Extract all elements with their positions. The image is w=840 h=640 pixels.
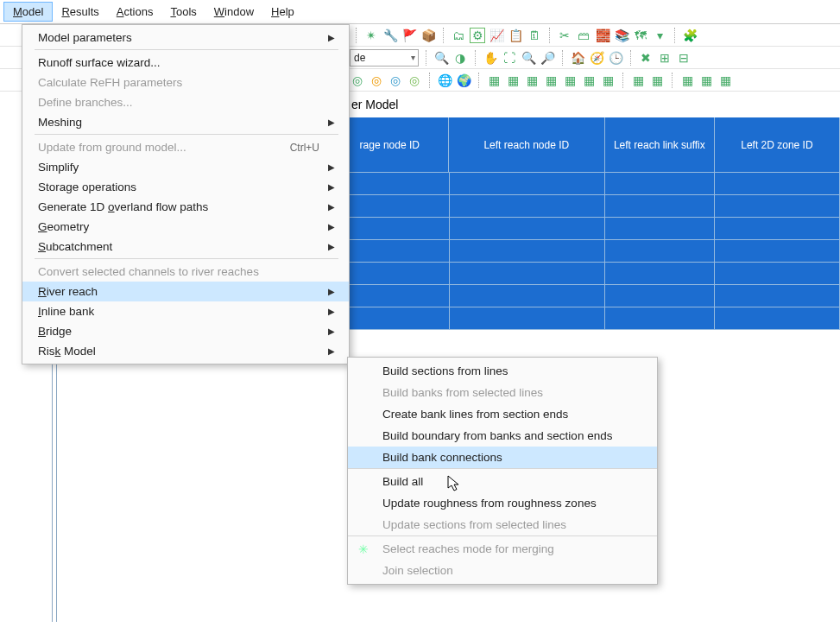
menu-tools[interactable]: Tools: [161, 3, 205, 21]
menu-item[interactable]: River reach▶: [22, 282, 349, 301]
menu-item[interactable]: Model parameters▶: [22, 28, 349, 48]
target-icon[interactable]: ◎: [407, 73, 422, 88]
menubar: Model Results Actions Tools Window Help: [0, 0, 840, 24]
submenu-item[interactable]: Build sections from lines: [348, 360, 657, 382]
submenu-arrow-icon: ▶: [328, 117, 335, 127]
tool-icon[interactable]: 🗃: [576, 28, 591, 43]
tool-icon[interactable]: ◑: [452, 50, 468, 66]
submenu-item[interactable]: Build all: [348, 471, 657, 492]
table-header[interactable]: Left 2D zone ID: [715, 117, 840, 173]
submenu-arrow-icon: ▶: [328, 287, 335, 296]
toolbar-separator: [478, 73, 479, 88]
grid-icon[interactable]: ▦: [698, 73, 714, 88]
menu-item[interactable]: Generate 1D overland flow paths▶: [22, 197, 349, 217]
search-icon[interactable]: 🔍: [433, 50, 449, 66]
submenu-arrow-icon: ▶: [328, 33, 335, 42]
grid-icon[interactable]: ▦: [562, 73, 578, 88]
menu-item-label: Runoff surface wizard...: [38, 56, 161, 69]
tool-icon[interactable]: 🔧: [382, 28, 398, 43]
menu-help[interactable]: Help: [262, 3, 303, 21]
menu-results[interactable]: Results: [53, 3, 107, 21]
submenu-arrow-icon: ▶: [328, 202, 335, 212]
tool-icon[interactable]: 🧱: [595, 28, 610, 43]
menu-window[interactable]: Window: [205, 3, 262, 21]
submenu-item[interactable]: Build bank connections: [348, 447, 657, 469]
submenu-item: Build banks from selected lines: [348, 382, 657, 403]
submenu-item-label: Build bank connections: [382, 451, 502, 464]
tool-icon[interactable]: ✖: [638, 50, 654, 66]
tool-icon[interactable]: 📋: [508, 28, 523, 43]
menu-model[interactable]: Model: [3, 2, 53, 22]
grid-icon[interactable]: ▦: [505, 73, 521, 88]
tool-icon[interactable]: ⊟: [676, 50, 692, 66]
tool-icon[interactable]: ✂: [557, 28, 572, 43]
submenu-arrow-icon: ▶: [328, 307, 335, 316]
grid-icon[interactable]: ▦: [717, 73, 733, 88]
tool-icon[interactable]: ▾: [652, 28, 667, 43]
tool-icon[interactable]: ✴: [363, 28, 379, 43]
toolbar-separator: [475, 50, 476, 66]
menu-item[interactable]: Bridge▶: [22, 321, 349, 341]
submenu-arrow-icon: ▶: [328, 222, 335, 231]
submenu-item[interactable]: Update roughness from roughness zones: [348, 492, 657, 514]
menu-item-label: Simplify: [38, 161, 79, 174]
mode-combo[interactable]: de: [350, 49, 419, 67]
grid-icon[interactable]: ▦: [630, 73, 646, 88]
grid-icon[interactable]: ▦: [679, 73, 695, 88]
grid-icon[interactable]: ▦: [524, 73, 540, 88]
submenu-item-label: Update sections from selected lines: [382, 518, 566, 531]
table-header[interactable]: Left reach link suffix: [605, 117, 715, 173]
zoom-out-icon[interactable]: 🔎: [540, 50, 555, 66]
menu-item-label: Geometry: [38, 220, 89, 233]
zoom-in-icon[interactable]: 🔍: [521, 50, 536, 66]
submenu-item[interactable]: Create bank lines from section ends: [348, 403, 657, 425]
tool-icon[interactable]: 🕒: [608, 50, 623, 66]
menu-item: Convert selected channels to river reach…: [22, 262, 349, 282]
target-icon[interactable]: ◎: [388, 73, 403, 88]
menu-item[interactable]: Subcatchment▶: [22, 237, 349, 257]
merge-icon: ✳: [358, 542, 372, 556]
hand-icon[interactable]: ✋: [483, 50, 498, 66]
submenu-arrow-icon: ▶: [328, 162, 335, 172]
menu-item[interactable]: Storage operations▶: [22, 177, 349, 197]
title-input[interactable]: [350, 97, 522, 112]
tool-icon[interactable]: 🏠: [570, 50, 585, 66]
tool-icon[interactable]: ⚙: [470, 28, 485, 43]
submenu-item-label: Build boundary from banks and section en…: [382, 429, 612, 442]
tool-icon[interactable]: 🗺: [633, 28, 648, 43]
submenu-item-label: Create bank lines from section ends: [382, 408, 568, 421]
tool-icon[interactable]: 📚: [614, 28, 629, 43]
submenu-item: ✳Select reaches mode for merging: [348, 538, 657, 560]
menu-item-label: Calculate ReFH parameters: [38, 76, 182, 89]
toolbar-separator: [674, 28, 675, 43]
zoom-area-icon[interactable]: ⛶: [502, 50, 517, 66]
grid-icon[interactable]: ▦: [600, 73, 616, 88]
tool-icon[interactable]: 🗓: [527, 28, 542, 43]
grid-icon[interactable]: ▦: [649, 73, 665, 88]
menu-item[interactable]: Simplify▶: [22, 157, 349, 177]
submenu-item[interactable]: Build boundary from banks and section en…: [348, 425, 657, 447]
grid-icon[interactable]: ▦: [581, 73, 597, 88]
tool-icon[interactable]: 🧭: [589, 50, 604, 66]
globe-icon[interactable]: 🌐: [437, 73, 452, 88]
menu-item-label: Storage operations: [38, 181, 136, 193]
tool-icon[interactable]: ⊞: [657, 50, 673, 66]
menu-item-label: Model parameters: [38, 31, 132, 44]
menu-item[interactable]: Meshing▶: [22, 112, 349, 132]
menu-item[interactable]: Inline bank▶: [22, 301, 349, 321]
globe-icon[interactable]: 🌍: [456, 73, 471, 88]
menu-item[interactable]: Risk Model▶: [22, 341, 349, 361]
target-icon[interactable]: ◎: [350, 73, 365, 88]
tool-icon[interactable]: 🧩: [682, 28, 698, 43]
menu-item[interactable]: Runoff surface wizard...: [22, 53, 349, 73]
tool-icon[interactable]: 🚩: [401, 28, 417, 43]
target-icon[interactable]: ◎: [369, 73, 384, 88]
tool-icon[interactable]: 📈: [489, 28, 504, 43]
table-header[interactable]: Left reach node ID: [449, 117, 605, 173]
grid-icon[interactable]: ▦: [543, 73, 559, 88]
menu-item[interactable]: Geometry▶: [22, 217, 349, 237]
menu-actions[interactable]: Actions: [108, 3, 162, 21]
tool-icon[interactable]: 📦: [420, 28, 436, 43]
tool-icon[interactable]: 🗂: [451, 28, 466, 43]
grid-icon[interactable]: ▦: [486, 73, 502, 88]
